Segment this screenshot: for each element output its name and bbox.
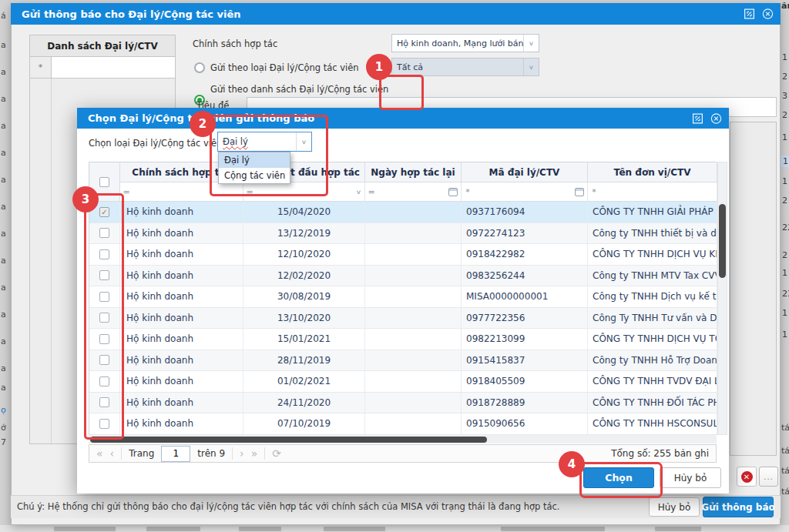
bg-row-fragment: [239, 527, 281, 531]
type-dropdown[interactable]: Tất cả: [391, 58, 539, 76]
select-all-checkbox[interactable]: [99, 177, 109, 187]
table-row[interactable]: Hộ kinh doanh12/02/20200983256244Công ty…: [89, 266, 717, 287]
bg-text-fragment: a: [1, 283, 6, 293]
table-row[interactable]: Hộ kinh doanh07/10/20190915090656CÔNG TY…: [89, 413, 717, 435]
refresh-icon[interactable]: ⟳: [272, 448, 281, 459]
table-row[interactable]: Hộ kinh doanh28/11/20190915415837Công ty…: [89, 350, 717, 372]
send-notification-button[interactable]: Gửi thông báo: [703, 497, 774, 517]
dialog-title-bar: Gửi thông báo cho Đại lý/Cộng tác viên: [11, 3, 781, 25]
vertical-scrollbar-thumb[interactable]: [719, 204, 726, 278]
remove-attachment-button[interactable]: ✕: [737, 467, 757, 487]
agent-list-filter-operator: *: [30, 57, 52, 79]
column-header[interactable]: Ngày hợp tác lại: [365, 162, 462, 182]
agent-list-filter-input[interactable]: [52, 57, 175, 79]
filter-cell[interactable]: =: [365, 182, 462, 202]
table-row[interactable]: Hộ kinh doanh12/10/20200918422982CÔNG TY…: [89, 244, 717, 266]
annotation-badge-3: 3: [72, 186, 99, 212]
filter-operator[interactable]: *: [462, 187, 474, 197]
prev-page-icon[interactable]: ‹: [110, 448, 115, 459]
cell-name: CÔNG TY TNHH ĐỐI TÁC PHÁ: [588, 393, 717, 413]
table-row[interactable]: Hộ kinh doanh24/11/20200918728889CÔNG TY…: [89, 393, 717, 414]
bg-text-fragment: a: [1, 309, 6, 320]
bg-text-fragment: a: [1, 94, 6, 104]
page-number-input[interactable]: [161, 446, 190, 462]
left-background-strip: áaaaaaaaaaaaaaaọớ7: [0, 0, 11, 532]
pager-of-label: trên 9: [197, 448, 225, 459]
chevron-down-icon[interactable]: [523, 59, 539, 75]
filter-operator[interactable]: =: [365, 187, 378, 197]
vertical-scrollbar[interactable]: [717, 162, 727, 435]
attach-browse-button[interactable]: ...: [759, 467, 778, 487]
calendar-icon[interactable]: [448, 188, 458, 196]
cell-policy: Hộ kinh doanh: [120, 223, 243, 244]
content-editor[interactable]: [730, 122, 777, 456]
choose-type-label: Chọn loại Đại lý/Cộng tác viên: [89, 138, 222, 149]
radio-by-type[interactable]: [194, 62, 205, 73]
right-background-strip: ăn1232111222212311tátátátá: [781, 0, 789, 532]
cell-start_date: 13/10/2020: [243, 308, 365, 329]
calendar-icon[interactable]: [575, 188, 584, 196]
next-page-icon[interactable]: ›: [240, 448, 244, 459]
cell-code: 0937176094: [462, 202, 588, 223]
annotation-rect-2: [210, 115, 328, 196]
bg-text-fragment: á: [1, 11, 6, 21]
cell-policy: Hộ kinh doanh: [120, 266, 243, 286]
bg-row-number: 1: [782, 308, 787, 318]
restore-icon[interactable]: [744, 8, 755, 20]
table-row[interactable]: Hộ kinh doanh13/10/20200977722356Công Ty…: [89, 308, 717, 330]
column-header[interactable]: Mã đại lý/CTV: [462, 162, 588, 182]
close-icon[interactable]: [710, 112, 722, 124]
cell-name: Công ty TNHH Hỗ Trợ Doanh N: [588, 350, 717, 371]
policy-dropdown[interactable]: Hộ kinh doanh, Mạng lưới bán lẻ: [391, 34, 539, 52]
table-row[interactable]: Hộ kinh doanh15/01/20210982213099CÔNG TY…: [89, 329, 717, 350]
cell-start_date: 12/02/2020: [243, 266, 365, 286]
total-records-label: Tổng số: 255 bản ghi: [611, 448, 709, 459]
bg-row-number: 1: [781, 156, 789, 167]
pager-page-label: Trang: [129, 448, 154, 459]
filter-cell[interactable]: *: [462, 182, 588, 202]
bg-row-number: 1: [782, 268, 787, 278]
filter-operator[interactable]: *: [588, 187, 600, 197]
modal-cancel-button[interactable]: Hủy bỏ: [660, 467, 721, 488]
horizontal-scrollbar-thumb[interactable]: [90, 437, 487, 443]
bg-text-fragment: ớ: [1, 423, 6, 433]
cell-start_date: 28/11/2019: [243, 350, 365, 371]
cell-code: 0977722356: [462, 308, 588, 329]
bg-row-number: 1: [782, 52, 787, 62]
table-row[interactable]: Hộ kinh doanh15/04/20200937176094CÔNG TY…: [89, 202, 717, 223]
table-row[interactable]: Hộ kinh doanh30/08/2019MISA0000000001Côn…: [89, 286, 717, 308]
cell-rejoin_date: [365, 413, 462, 434]
cell-code: MISA0000000001: [462, 286, 588, 307]
bg-text-fragment: a: [1, 363, 6, 373]
bg-row-number: 1: [782, 176, 787, 186]
restore-icon[interactable]: [692, 112, 703, 124]
first-page-icon[interactable]: «: [96, 448, 103, 459]
bg-text-fragment: a: [1, 121, 6, 131]
chevron-down-icon[interactable]: ∨: [356, 189, 361, 196]
bg-text-fragment: ăn: [781, 1, 789, 11]
bg-text-fragment: a: [1, 336, 6, 346]
bg-row-number: 2: [782, 250, 787, 260]
dialog-cancel-button[interactable]: Hủy bỏ: [649, 497, 700, 517]
column-header[interactable]: Tên đơn vị/CTV: [588, 162, 717, 182]
cell-name: CÔNG TY TNHH TVDV ĐẠI LÝ: [588, 371, 717, 392]
chevron-down-icon[interactable]: [523, 35, 539, 52]
last-page-icon[interactable]: »: [251, 448, 258, 459]
bg-row-number: 22: [782, 223, 789, 233]
table-row[interactable]: Hộ kinh doanh13/12/20190972274123Công ty…: [89, 223, 717, 245]
table-row[interactable]: Hộ kinh doanh01/02/20210918405509CÔNG TY…: [89, 371, 717, 393]
radio-by-type-label: Gửi theo loại Đại lý/Cộng tác viên: [210, 62, 359, 73]
bg-row-number: 3: [782, 91, 787, 101]
type-dropdown-value: Tất cả: [392, 59, 523, 75]
close-icon[interactable]: [762, 8, 774, 20]
filter-cell[interactable]: *: [588, 182, 717, 202]
modal-title-bar: Chọn Đại lý/Cộng tác viên gửi thông báo: [77, 108, 729, 129]
bg-row-fragment: [324, 527, 385, 531]
cell-policy: Hộ kinh doanh: [120, 286, 243, 307]
cell-start_date: 07/10/2019: [243, 413, 365, 434]
bg-text-fragment: 7: [1, 437, 6, 447]
horizontal-scrollbar[interactable]: [89, 435, 717, 443]
policy-label: Chính sách hợp tác: [193, 38, 277, 49]
cell-name: CÔNG TY TNHH GIẢI PHÁP HỒ: [588, 202, 717, 223]
cell-rejoin_date: [365, 329, 462, 350]
